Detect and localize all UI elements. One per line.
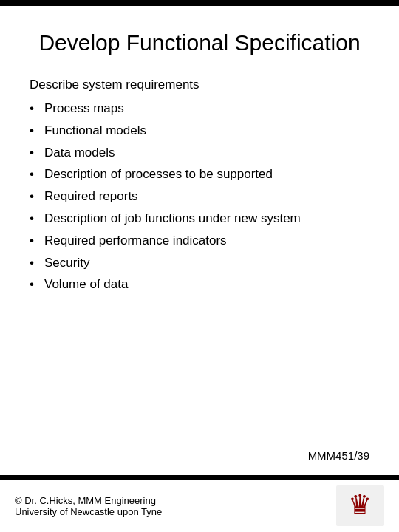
bullet-icon: • <box>30 232 44 250</box>
list-item-text: Data models <box>44 144 369 162</box>
slide-subtitle: Describe system requirements <box>30 78 369 92</box>
slide: Develop Functional Specification Describ… <box>0 0 399 532</box>
slide-title: Develop Functional Specification <box>30 28 369 57</box>
list-item-text: Description of job functions under new s… <box>44 210 369 228</box>
university-logo: ♛ <box>336 485 384 526</box>
bullet-icon: • <box>30 276 44 293</box>
content-area: Develop Functional Specification Describ… <box>0 6 399 475</box>
list-item-text: Security <box>44 254 369 272</box>
list-item: • Functional models <box>30 122 369 140</box>
bullet-icon: • <box>30 166 44 183</box>
list-item: • Required reports <box>30 188 369 205</box>
list-item: • Security <box>30 254 369 272</box>
bullet-icon: • <box>30 210 44 228</box>
list-item: • Data models <box>30 144 369 162</box>
list-item: • Process maps <box>30 100 369 117</box>
footer-line1: © Dr. C.Hicks, MMM Engineering <box>15 495 156 506</box>
bullet-icon: • <box>30 144 44 162</box>
footer-text: © Dr. C.Hicks, MMM Engineering Universit… <box>15 495 329 517</box>
footer-line2: University of Newcastle upon Tyne <box>15 506 162 517</box>
bullet-icon: • <box>30 254 44 272</box>
bullet-icon: • <box>30 122 44 140</box>
bullet-icon: • <box>30 100 44 117</box>
list-item-text: Functional models <box>44 122 369 140</box>
footer: © Dr. C.Hicks, MMM Engineering Universit… <box>0 480 399 532</box>
list-item-text: Process maps <box>44 100 369 117</box>
top-bar <box>0 0 399 6</box>
svg-text:♛: ♛ <box>348 489 372 519</box>
list-item-text: Required reports <box>44 188 369 205</box>
bullet-icon: • <box>30 188 44 205</box>
list-item-text: Volume of data <box>44 276 369 293</box>
bullet-list: • Process maps • Functional models • Dat… <box>30 100 369 298</box>
list-item-text: Description of processes to be supported <box>44 166 369 183</box>
slide-id: MMM451/39 <box>30 442 369 468</box>
list-item: • Description of processes to be support… <box>30 166 369 183</box>
list-item-text: Required performance indicators <box>44 232 369 250</box>
list-item: • Volume of data <box>30 276 369 293</box>
list-item: • Description of job functions under new… <box>30 210 369 228</box>
list-item: • Required performance indicators <box>30 232 369 250</box>
